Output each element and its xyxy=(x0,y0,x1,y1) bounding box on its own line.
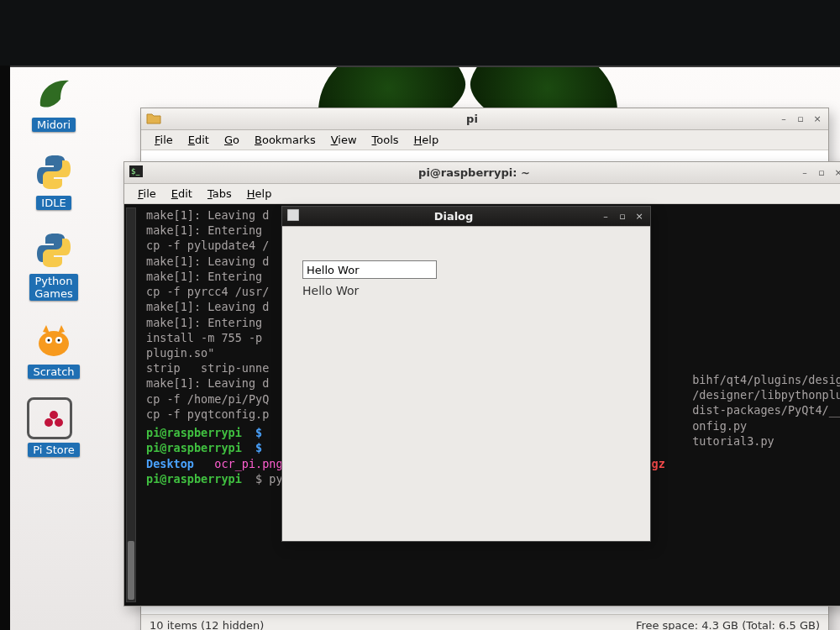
dialog-window[interactable]: Dialog – ▫ × Hello Wor xyxy=(281,206,651,542)
desktop-icons: Midori IDLE Python Games Scratch Pi Stor… xyxy=(13,74,94,457)
file-manager-statusbar: 10 items (12 hidden) Free space: 4.3 GB … xyxy=(141,614,828,630)
close-button[interactable]: × xyxy=(633,211,645,223)
desktop-icon-idle[interactable]: IDLE xyxy=(16,152,92,210)
maximize-button[interactable]: ▫ xyxy=(795,113,806,125)
scratch-cat-icon xyxy=(30,321,77,361)
minimize-button[interactable]: – xyxy=(778,113,790,125)
dialog-body: Hello Wor xyxy=(282,227,650,541)
app-icon xyxy=(287,209,302,224)
svg-point-7 xyxy=(55,418,63,427)
leaf-icon xyxy=(30,74,77,114)
menu-tools[interactable]: Tools xyxy=(365,132,406,148)
desktop-icon-label: Python Games xyxy=(29,274,77,301)
menu-help[interactable]: Help xyxy=(407,132,446,148)
svg-point-4 xyxy=(58,339,60,342)
file-manager-titlebar[interactable]: pi – ▫ × xyxy=(141,108,828,130)
desktop-icon-label: Midori xyxy=(32,118,76,132)
desktop-icon-python-games[interactable]: Python Games xyxy=(16,230,92,301)
menu-help[interactable]: Help xyxy=(240,186,279,202)
maximize-button[interactable]: ▫ xyxy=(816,167,827,179)
python-icon xyxy=(30,152,77,192)
svg-point-6 xyxy=(45,418,53,427)
maximize-button[interactable]: ▫ xyxy=(617,211,628,223)
terminal-titlebar[interactable]: $_ pi@raspberrypi: ~ – ▫ × xyxy=(124,162,840,184)
close-button[interactable]: × xyxy=(811,113,823,125)
file-manager-menubar: File Edit Go Bookmarks View Tools Help xyxy=(141,130,828,150)
desktop[interactable]: Midori IDLE Python Games Scratch Pi Stor… xyxy=(10,66,840,630)
menu-edit[interactable]: Edit xyxy=(165,186,199,202)
desktop-icon-midori[interactable]: Midori xyxy=(16,74,92,132)
status-item-count: 10 items (12 hidden) xyxy=(150,619,264,630)
desktop-icon-pi-store[interactable]: Pi Store xyxy=(16,399,92,457)
minimize-button[interactable]: – xyxy=(600,211,612,223)
desktop-icon-scratch[interactable]: Scratch xyxy=(16,321,92,379)
scrollbar-thumb[interactable] xyxy=(128,541,134,600)
desktop-icon-label: Pi Store xyxy=(28,443,80,457)
menu-bookmarks[interactable]: Bookmarks xyxy=(248,132,323,148)
dialog-titlebar[interactable]: Dialog – ▫ × xyxy=(282,207,650,227)
svg-text:$_: $_ xyxy=(131,167,140,176)
svg-rect-10 xyxy=(287,209,299,221)
dialog-title: Dialog xyxy=(307,210,600,223)
menu-file[interactable]: File xyxy=(148,132,180,148)
terminal-menubar: File Edit Tabs Help xyxy=(124,184,840,204)
menu-tabs[interactable]: Tabs xyxy=(201,186,239,202)
python-icon xyxy=(30,230,77,270)
text-input[interactable] xyxy=(302,260,437,279)
desktop-icon-label: IDLE xyxy=(36,196,71,210)
svg-point-3 xyxy=(48,339,50,342)
file-manager-title: pi xyxy=(166,113,778,125)
svg-point-5 xyxy=(50,411,58,419)
menu-file[interactable]: File xyxy=(131,186,163,202)
terminal-scrollbar[interactable] xyxy=(126,207,136,602)
menu-edit[interactable]: Edit xyxy=(181,132,216,148)
desktop-icon-label: Scratch xyxy=(28,365,79,379)
terminal-title: pi@raspberrypi: ~ xyxy=(150,166,799,179)
terminal-icon: $_ xyxy=(129,165,144,181)
close-button[interactable]: × xyxy=(832,167,840,179)
folder-icon xyxy=(146,112,161,127)
minimize-button[interactable]: – xyxy=(799,167,811,179)
svg-point-0 xyxy=(39,331,69,356)
pi-store-icon xyxy=(30,399,77,439)
menu-go[interactable]: Go xyxy=(218,132,246,148)
status-free-space: Free space: 4.3 GB (Total: 6.5 GB) xyxy=(636,619,820,630)
menu-view[interactable]: View xyxy=(324,132,364,148)
echo-label: Hello Wor xyxy=(302,284,630,297)
